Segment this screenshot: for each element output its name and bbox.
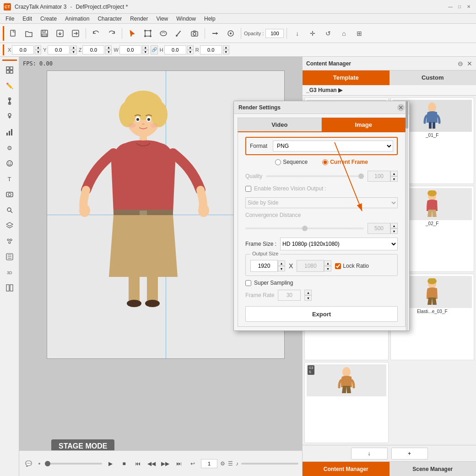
content-manager-tab[interactable]: Content Manager — [303, 462, 389, 476]
x-input[interactable] — [12, 45, 34, 54]
menu-help[interactable]: Help — [200, 15, 219, 23]
menu-window[interactable]: Window — [173, 15, 200, 23]
music-icon[interactable]: ♪ — [236, 460, 238, 467]
transform-tool[interactable] — [141, 26, 155, 41]
grid-view-tool[interactable] — [2, 63, 17, 77]
save-button[interactable] — [37, 26, 52, 41]
import-button[interactable] — [68, 26, 83, 41]
play-button[interactable]: ▶ — [105, 458, 116, 469]
list-icon[interactable]: ☰ — [228, 460, 233, 467]
menu-animation[interactable]: Animation — [61, 15, 93, 23]
close-button[interactable]: ✕ — [465, 3, 472, 11]
quality-up[interactable]: ▲ — [390, 171, 398, 176]
h-input[interactable] — [164, 45, 186, 54]
frame-rate-down[interactable]: ▼ — [304, 295, 312, 301]
x-down[interactable]: ▼ — [35, 50, 41, 54]
new-button[interactable] — [6, 26, 21, 41]
settings-icon[interactable]: ⚙ — [220, 460, 225, 467]
r-up[interactable]: ▲ — [223, 45, 229, 50]
render-settings-dialog[interactable]: Render Settings ✕ Video Image Format PNG… — [233, 101, 410, 331]
export-button[interactable] — [53, 26, 67, 41]
sequence-radio[interactable] — [275, 159, 281, 165]
camera-tool[interactable] — [187, 26, 202, 41]
width-down[interactable]: ▼ — [278, 266, 285, 271]
keyframe-tool[interactable] — [223, 26, 238, 41]
height-down[interactable]: ▼ — [324, 266, 331, 271]
chat-icon[interactable]: 💬 — [23, 458, 34, 469]
layers-tool[interactable] — [2, 218, 17, 233]
open-button[interactable] — [22, 26, 36, 41]
stereo-checkbox[interactable] — [245, 186, 251, 192]
stop-button[interactable]: ■ — [119, 458, 130, 469]
h-up[interactable]: ▲ — [187, 45, 194, 50]
frame-rate-up[interactable]: ▲ — [304, 290, 312, 295]
z-input[interactable] — [82, 45, 104, 54]
side-by-side-select[interactable]: Side by Side — [245, 197, 398, 208]
super-sampling-checkbox[interactable] — [245, 280, 251, 286]
add-btn[interactable]: + — [391, 448, 428, 460]
template-tab[interactable]: Template — [303, 70, 389, 85]
timeline-bar[interactable] — [45, 463, 102, 465]
output-width-input[interactable] — [250, 260, 278, 272]
pen-tool[interactable]: ✏️ — [2, 78, 17, 93]
quality-slider[interactable] — [266, 175, 364, 177]
convergence-slider[interactable] — [245, 227, 364, 229]
lock-ratio-checkbox[interactable] — [335, 263, 341, 269]
opacity-input[interactable] — [265, 29, 284, 38]
h-down[interactable]: ▼ — [187, 50, 194, 54]
menu-character[interactable]: Character — [94, 15, 125, 23]
y-down[interactable]: ▼ — [70, 50, 77, 54]
z-up[interactable]: ▲ — [105, 45, 112, 50]
redo-button[interactable] — [104, 26, 119, 41]
convergence-up[interactable]: ▲ — [390, 223, 398, 228]
particles-tool[interactable] — [2, 234, 17, 249]
quality-down[interactable]: ▼ — [390, 176, 398, 182]
timeline-handle-left[interactable] — [45, 461, 50, 466]
r-input[interactable] — [200, 45, 222, 54]
w-down[interactable]: ▼ — [142, 50, 149, 54]
menu-render[interactable]: Render — [126, 15, 151, 23]
timeline-time-input[interactable] — [201, 459, 217, 468]
format-select[interactable]: PNG JPG BMP TGA — [273, 141, 393, 151]
export-button[interactable]: Export — [245, 306, 398, 322]
effects-tool[interactable] — [2, 249, 17, 264]
output-height-input[interactable] — [297, 260, 324, 272]
home-icon[interactable]: ⌂ — [336, 26, 351, 41]
timeline-bar-right[interactable] — [241, 463, 298, 465]
dialog-scrollbar[interactable] — [406, 101, 408, 330]
settings-tool[interactable]: ⚙ — [2, 141, 17, 155]
next-button[interactable]: ▶▶ — [160, 458, 171, 469]
prev-frame-button[interactable]: ⏮ — [132, 458, 143, 469]
undo-button[interactable] — [89, 26, 103, 41]
sequence-label[interactable]: Sequence — [283, 159, 308, 165]
image-tab[interactable]: Image — [322, 118, 406, 131]
move-icon[interactable]: ✛ — [305, 26, 320, 41]
quality-input[interactable] — [368, 171, 390, 182]
grid-icon[interactable]: ⊞ — [352, 26, 367, 41]
next-frame-button[interactable]: ⏭ — [173, 458, 184, 469]
menu-file[interactable]: File — [2, 15, 18, 23]
prev-button[interactable]: ◀◀ — [146, 458, 157, 469]
select-tool[interactable] — [125, 26, 140, 41]
photo-tool[interactable] — [2, 187, 17, 202]
x-up[interactable]: ▲ — [35, 45, 41, 50]
current-frame-radio[interactable] — [322, 159, 328, 165]
w-input[interactable] — [119, 45, 141, 54]
w-up[interactable]: ▲ — [142, 45, 149, 50]
y-input[interactable] — [48, 45, 70, 54]
link-button[interactable]: 🔗 — [151, 45, 158, 54]
menu-edit[interactable]: Edit — [19, 15, 36, 23]
timeline-tool[interactable] — [208, 26, 222, 41]
width-up[interactable]: ▲ — [278, 260, 285, 266]
zoom-tool[interactable] — [2, 203, 17, 217]
face-tool[interactable] — [2, 156, 17, 171]
puppet-tool[interactable] — [2, 109, 17, 124]
height-up[interactable]: ▲ — [324, 260, 331, 266]
grid-layout-tool[interactable] — [2, 281, 17, 295]
menu-view[interactable]: View — [152, 15, 172, 23]
bone-tool[interactable] — [2, 94, 17, 108]
download-icon[interactable]: ↓ — [290, 26, 304, 41]
custom-tab[interactable]: Custom — [389, 70, 476, 85]
paint-tool[interactable] — [172, 26, 186, 41]
mask-tool[interactable] — [156, 26, 171, 41]
